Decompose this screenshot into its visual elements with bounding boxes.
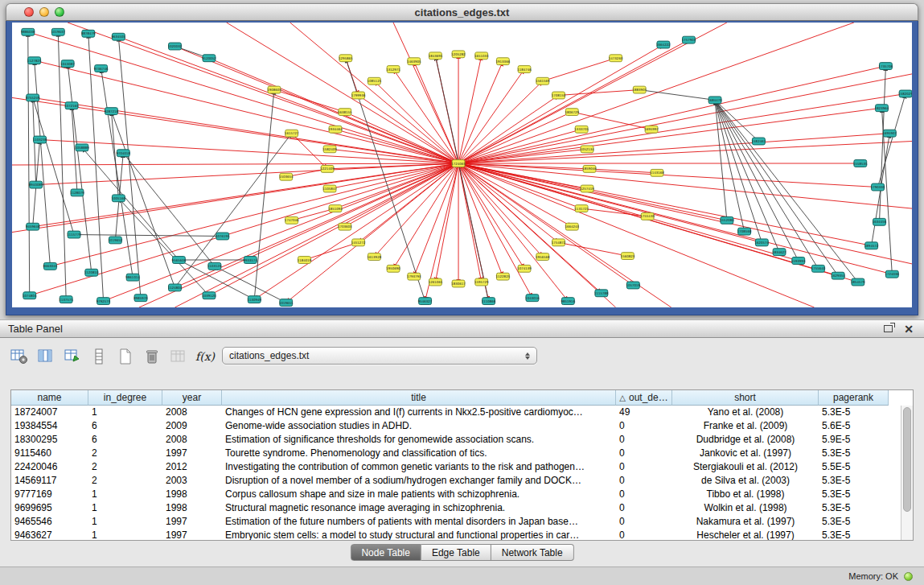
network-node[interactable]: 1724036 [885, 270, 900, 278]
network-node[interactable]: 1806729 [565, 109, 579, 116]
table-row[interactable]: 1456911722003Disruption of a novel membe… [11, 474, 913, 488]
tab-edge-table[interactable]: Edge Table [421, 544, 491, 561]
memory-status-indicator[interactable] [904, 572, 913, 581]
cell-name[interactable]: 18724007 [11, 406, 88, 419]
network-node[interactable]: 1128079 [70, 189, 84, 196]
network-node[interactable]: 1638155 [338, 109, 352, 116]
network-node[interactable]: 1043016 [525, 295, 540, 302]
cell-pagerank[interactable]: 5.3E-5 [819, 501, 889, 515]
cell-in_degree[interactable]: 1 [88, 515, 162, 529]
cell-year[interactable]: 1997 [162, 447, 222, 460]
cell-name[interactable]: 9115460 [11, 447, 88, 460]
cell-pagerank[interactable]: 5.9E-5 [819, 433, 889, 447]
column-header-short[interactable]: short [672, 390, 819, 406]
network-node[interactable]: 1634456 [873, 218, 887, 225]
network-node[interactable]: 1894572 [864, 242, 879, 249]
table-row[interactable]: 946554611997Estimation of the future num… [11, 515, 913, 529]
network-node[interactable]: 1799936 [351, 92, 366, 99]
cell-name[interactable]: 9777169 [11, 488, 88, 501]
network-node[interactable]: 1859046 [582, 165, 597, 172]
cell-pagerank[interactable]: 5.3E-5 [819, 406, 889, 419]
network-node[interactable]: 1664222 [656, 41, 671, 48]
network-node[interactable]: 1695997 [644, 126, 659, 133]
network-node[interactable]: 1790330 [871, 183, 885, 191]
cell-short[interactable]: Wolkin et al. (1998) [672, 501, 819, 515]
scrollbar-thumb[interactable] [903, 407, 911, 512]
network-node[interactable]: 1184746 [517, 66, 532, 73]
cell-title[interactable]: Estimation of the future numbers of pati… [222, 515, 616, 529]
network-node[interactable]: 1103126 [207, 262, 222, 270]
cell-out_degree[interactable]: 0 [616, 488, 672, 501]
import-table-button[interactable] [167, 346, 190, 367]
cell-short[interactable]: Dudbridge et al. (2008) [672, 433, 819, 447]
network-node[interactable]: 1582467 [752, 138, 766, 145]
cell-year[interactable]: 2003 [162, 474, 222, 488]
network-node[interactable]: 9886038 [21, 28, 35, 35]
network-node[interactable]: 9792575 [97, 298, 111, 305]
network-node[interactable]: 1120810 [84, 269, 99, 276]
table-options-button[interactable] [8, 346, 31, 367]
network-node[interactable]: 8940089 [29, 181, 43, 188]
cell-short[interactable]: de Silva et al. (2003) [672, 474, 819, 488]
cell-pagerank[interactable]: 5.5E-5 [819, 460, 889, 474]
network-node[interactable]: 1115779 [67, 231, 81, 238]
new-column-button[interactable] [114, 346, 137, 367]
network-node[interactable]: 1593993 [791, 257, 806, 265]
network-node[interactable]: 1629354 [831, 272, 845, 279]
column-header-year[interactable]: year [162, 390, 222, 406]
network-node[interactable]: 1131721 [574, 205, 589, 212]
cell-name[interactable]: 14569117 [11, 474, 88, 488]
cell-out_degree[interactable]: 0 [616, 433, 672, 447]
network-node[interactable]: 1072165 [64, 102, 79, 109]
select-columns-button[interactable] [35, 346, 57, 367]
network-node[interactable]: 1184019 [298, 257, 312, 264]
cell-short[interactable]: Yano et al. (2008) [672, 406, 819, 419]
network-node[interactable]: 1735706 [879, 63, 893, 70]
cell-in_degree[interactable]: 6 [88, 419, 162, 433]
network-node[interactable]: 9861014 [125, 274, 140, 281]
table-selector-dropdown[interactable]: citations_edges.txt [222, 347, 537, 365]
cell-year[interactable]: 2008 [162, 433, 222, 447]
cell-out_degree[interactable]: 0 [616, 419, 672, 433]
network-node[interactable]: 1473260 [609, 55, 623, 62]
cell-in_degree[interactable]: 1 [88, 406, 162, 419]
network-node[interactable]: 1074804 [23, 292, 37, 299]
network-node[interactable]: 1851094 [328, 205, 343, 212]
cell-in_degree[interactable]: 2 [88, 447, 162, 460]
table-row[interactable]: 969969511998Structural magnetic resonanc… [11, 501, 913, 515]
table-row[interactable]: 1938455462009Genome-wide association stu… [11, 419, 913, 433]
cell-title[interactable]: Investigating the contribution of common… [222, 460, 616, 474]
network-node[interactable]: 1755430 [640, 212, 655, 220]
cell-title[interactable]: Embryonic stem cells: a model to study s… [222, 529, 616, 540]
cell-year[interactable]: 1997 [162, 515, 222, 529]
network-node[interactable]: 1883905 [632, 86, 647, 93]
float-panel-button[interactable] [881, 323, 895, 336]
network-node[interactable]: 1451272 [351, 239, 366, 246]
network-node[interactable]: 1137575 [59, 296, 73, 303]
network-node[interactable]: 1020032 [168, 43, 183, 50]
network-node[interactable]: 1708150 [552, 92, 566, 99]
cell-name[interactable]: 19384554 [11, 419, 88, 433]
cell-in_degree[interactable]: 1 [88, 529, 162, 540]
cell-year[interactable]: 1998 [162, 488, 222, 501]
cell-short[interactable]: Tibbo et al. (1998) [672, 488, 819, 501]
column-header-out_degree[interactable]: △out_de… [616, 390, 672, 406]
cell-short[interactable]: Jankovic et al. (1997) [672, 447, 819, 460]
network-node[interactable]: 1754872 [552, 239, 566, 246]
cell-pagerank[interactable]: 5.3E-5 [819, 515, 889, 529]
network-node[interactable]: 1130949 [247, 296, 261, 303]
network-node[interactable]: 9287218 [105, 108, 119, 115]
cell-pagerank[interactable]: 5.3E-5 [819, 447, 889, 460]
network-node[interactable]: 1019652 [109, 237, 123, 244]
network-node[interactable]: 1105847 [322, 185, 337, 192]
cell-out_degree[interactable]: 49 [616, 406, 672, 419]
network-node[interactable]: 9120052 [202, 55, 216, 62]
network-node[interactable]: 1757903 [682, 36, 696, 43]
table-row[interactable]: 977716911998Corpus callosum shape and si… [11, 488, 913, 501]
cell-short[interactable]: Franke et al. (2009) [672, 419, 819, 433]
cell-out_degree[interactable]: 0 [616, 501, 672, 515]
network-node[interactable]: 1724065 [451, 160, 466, 167]
network-node[interactable]: 1261065 [429, 278, 443, 286]
delete-column-button[interactable] [141, 346, 163, 367]
network-node[interactable]: 1552080 [720, 216, 734, 224]
